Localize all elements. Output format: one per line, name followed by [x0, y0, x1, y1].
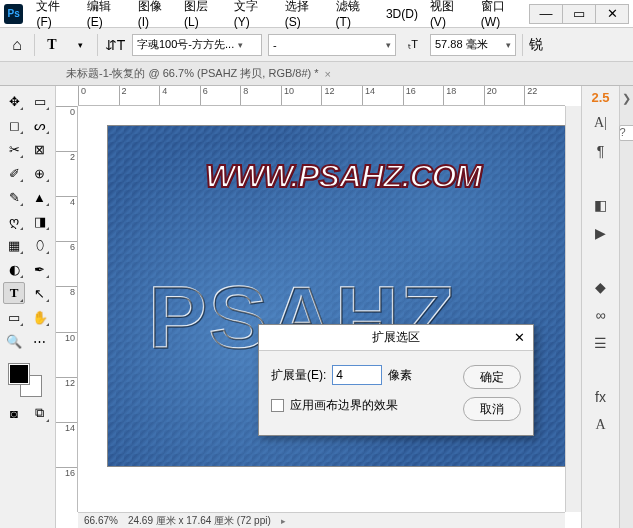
zoom-tool[interactable]: 🔍: [3, 330, 25, 352]
quickmask-toggle[interactable]: ◙: [3, 402, 25, 424]
color-swatches[interactable]: [3, 360, 52, 400]
menu-select[interactable]: 选择(S): [280, 0, 329, 31]
blur-tool[interactable]: ⬯: [29, 234, 51, 256]
maximize-button[interactable]: ▭: [562, 4, 596, 24]
text-orientation-icon[interactable]: ⇵T: [104, 34, 126, 56]
font-size-icon: ₜT: [402, 34, 424, 56]
dodge-tool[interactable]: ◐: [3, 258, 25, 280]
status-chevron-icon[interactable]: ▸: [281, 516, 286, 526]
character-panel-icon[interactable]: A|: [588, 113, 614, 133]
zoom-level[interactable]: 66.67%: [84, 515, 118, 526]
history-brush-tool[interactable]: ღ: [3, 210, 25, 232]
chevron-down-icon: ▾: [238, 40, 243, 50]
tool-preset-dd[interactable]: ▾: [69, 34, 91, 56]
cancel-button[interactable]: 取消: [463, 397, 521, 421]
font-style-select[interactable]: - ▾: [268, 34, 396, 56]
libraries-panel-icon[interactable]: ☰: [588, 333, 614, 353]
artboard-tool[interactable]: ▭: [29, 90, 51, 112]
healing-tool[interactable]: ⊕: [29, 162, 51, 184]
help-icon[interactable]: ?: [619, 125, 634, 141]
home-icon[interactable]: ⌂: [6, 34, 28, 56]
ok-button[interactable]: 确定: [463, 365, 521, 389]
history-panel-icon[interactable]: ◧: [588, 195, 614, 215]
menu-edit[interactable]: 编辑(E): [82, 0, 131, 31]
type-tool[interactable]: T: [3, 282, 25, 304]
status-bar: 66.67% 24.69 厘米 x 17.64 厘米 (72 ppi) ▸: [78, 512, 565, 528]
font-size-select[interactable]: 57.88 毫米 ▾: [430, 34, 516, 56]
screenmode-toggle[interactable]: ⧉: [29, 402, 51, 424]
shape-tool[interactable]: ▭: [3, 306, 25, 328]
glyphs-panel-icon[interactable]: fx: [588, 387, 614, 407]
ruler-vertical: 0246810121416: [56, 106, 78, 512]
frame-tool[interactable]: ⊠: [29, 138, 51, 160]
tool-preset-icon[interactable]: T: [41, 34, 63, 56]
apply-canvas-bounds-checkbox[interactable]: [271, 399, 284, 412]
options-bar: ⌂ T ▾ ⇵T 字魂100号-方方先... ▾ - ▾ ₜT 57.88 毫米…: [0, 28, 633, 62]
document-tab[interactable]: 未标题-1-恢复的 @ 66.7% (PSAHZ 拷贝, RGB/8#) * ×: [60, 62, 337, 85]
document-tab-bar: 未标题-1-恢复的 @ 66.7% (PSAHZ 拷贝, RGB/8#) * ×: [0, 62, 633, 86]
menu-3d[interactable]: 3D(D): [381, 5, 423, 23]
close-button[interactable]: ✕: [595, 4, 629, 24]
document-tab-title: 未标题-1-恢复的 @ 66.7% (PSAHZ 拷贝, RGB/8#) *: [66, 66, 319, 81]
canvas-area: 0246810121416182022 0246810121416 WWW.PS…: [56, 86, 581, 528]
menu-bar: Ps 文件(F) 编辑(E) 图像(I) 图层(L) 文字(Y) 选择(S) 滤…: [0, 0, 633, 28]
share-panel-icon[interactable]: ∞: [588, 305, 614, 325]
menu-image[interactable]: 图像(I): [133, 0, 177, 31]
antialias-label: 锐: [529, 34, 543, 56]
menu-view[interactable]: 视图(V): [425, 0, 474, 31]
swatch-panel-icon[interactable]: ◆: [588, 277, 614, 297]
dialog-close-button[interactable]: ✕: [509, 328, 529, 346]
crop-tool[interactable]: ✂: [3, 138, 25, 160]
actions-panel-icon[interactable]: ▶: [588, 223, 614, 243]
unit-label: 像素: [388, 367, 412, 384]
workspace: ✥ ▭ ◻ ᔕ ✂ ⊠ ✐ ⊕ ✎ ▲ ღ ◨ ▦ ⬯ ◐ ✒ T ↖ ▭ ✋ …: [0, 86, 633, 528]
expand-panels-icon[interactable]: ❯: [622, 92, 631, 105]
far-right-rail: ❯ ?: [619, 86, 633, 528]
scrollbar-vertical[interactable]: [565, 106, 581, 512]
edit-toolbar[interactable]: ⋯: [29, 330, 51, 352]
menu-type[interactable]: 文字(Y): [229, 0, 278, 31]
path-select-tool[interactable]: ↖: [29, 282, 51, 304]
chevron-down-icon: ▾: [506, 40, 511, 50]
app-logo: Ps: [4, 4, 23, 24]
lasso-tool[interactable]: ᔕ: [29, 114, 51, 136]
right-panel-rail: 2.5 A| ¶ ◧ ▶ ◆ ∞ ☰ fx A: [581, 86, 619, 528]
eraser-tool[interactable]: ◨: [29, 210, 51, 232]
doc-dimensions: 24.69 厘米 x 17.64 厘米 (72 ppi): [128, 514, 271, 528]
move-tool[interactable]: ✥: [3, 90, 25, 112]
dialog-titlebar[interactable]: 扩展选区 ✕: [259, 325, 533, 351]
text-panel-icon[interactable]: A: [588, 415, 614, 435]
menu-window[interactable]: 窗口(W): [476, 0, 528, 31]
eyedropper-tool[interactable]: ✐: [3, 162, 25, 184]
menu-layer[interactable]: 图层(L): [179, 0, 227, 31]
gradient-tool[interactable]: ▦: [3, 234, 25, 256]
stamp-tool[interactable]: ▲: [29, 186, 51, 208]
close-tab-icon[interactable]: ×: [325, 68, 331, 80]
marquee-tool[interactable]: ◻: [3, 114, 25, 136]
font-size-value: 57.88 毫米: [435, 37, 488, 52]
hand-tool[interactable]: ✋: [29, 306, 51, 328]
expand-selection-dialog: 扩展选区 ✕ 扩展量(E): 像素 应用画布边界的效果 确定 取消: [258, 324, 534, 436]
brush-size-value[interactable]: 2.5: [591, 90, 609, 105]
menu-filter[interactable]: 滤镜(T): [331, 0, 379, 31]
font-style-value: -: [273, 39, 277, 51]
font-family-value: 字魂100号-方方先...: [137, 37, 234, 52]
minimize-button[interactable]: —: [529, 4, 563, 24]
expand-by-input[interactable]: [332, 365, 382, 385]
ruler-horizontal: 0246810121416182022: [78, 86, 565, 106]
expand-by-label: 扩展量(E):: [271, 367, 326, 384]
watermark-text: WWW.PSAHZ.COM: [108, 158, 565, 195]
window-controls: — ▭ ✕: [530, 4, 629, 24]
menu-file[interactable]: 文件(F): [31, 0, 79, 31]
paragraph-panel-icon[interactable]: ¶: [588, 141, 614, 161]
toolbox: ✥ ▭ ◻ ᔕ ✂ ⊠ ✐ ⊕ ✎ ▲ ღ ◨ ▦ ⬯ ◐ ✒ T ↖ ▭ ✋ …: [0, 86, 56, 528]
pen-tool[interactable]: ✒: [29, 258, 51, 280]
apply-canvas-bounds-label: 应用画布边界的效果: [290, 397, 398, 414]
dialog-title: 扩展选区: [372, 329, 420, 346]
chevron-down-icon: ▾: [386, 40, 391, 50]
foreground-color-swatch[interactable]: [9, 364, 29, 384]
font-family-select[interactable]: 字魂100号-方方先... ▾: [132, 34, 262, 56]
brush-tool[interactable]: ✎: [3, 186, 25, 208]
viewport[interactable]: WWW.PSAHZ.COM PSAHZ: [78, 106, 565, 512]
